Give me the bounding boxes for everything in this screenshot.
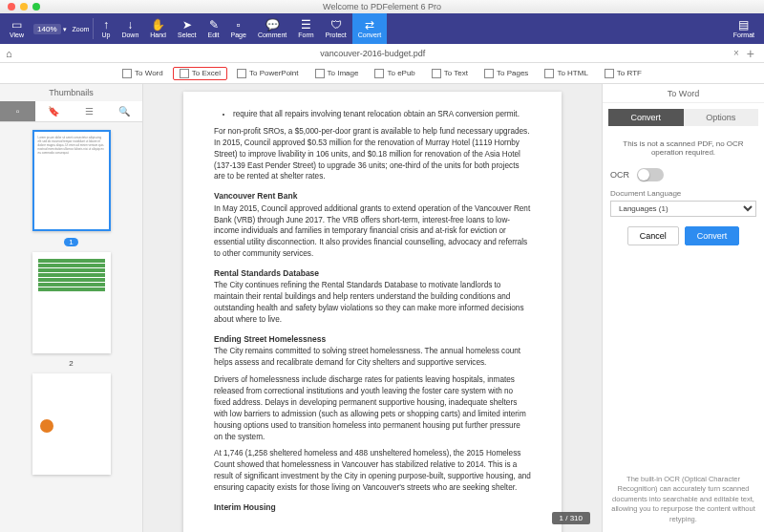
paragraph: For non-profit SROs, a $5,000-per-door g…: [214, 126, 531, 182]
maximize-window[interactable]: [32, 3, 40, 11]
thumb-tab-pages[interactable]: ▫: [0, 101, 35, 121]
thumb-tab-search[interactable]: 🔍: [107, 101, 142, 121]
thumb-tab-outline[interactable]: ☰: [72, 101, 107, 121]
language-select[interactable]: Languages (1): [610, 201, 756, 217]
add-tab-icon[interactable]: +: [743, 46, 758, 61]
protect-button[interactable]: 🛡Protect: [320, 13, 352, 44]
convert-button[interactable]: Convert: [685, 226, 740, 245]
up-icon: ↑: [103, 19, 109, 31]
tab-options[interactable]: Options: [684, 109, 759, 126]
hand-icon: ✋: [151, 19, 165, 31]
home-icon[interactable]: ⌂: [6, 48, 12, 59]
paragraph: The City continues refining the Rental S…: [214, 280, 531, 326]
window-controls: [0, 3, 40, 11]
up-button[interactable]: ↑Up: [96, 13, 116, 44]
tab-convert[interactable]: Convert: [608, 109, 684, 126]
page-content: require that all repairs involving tenan…: [183, 92, 562, 532]
thumbnail-mode-tabs: ▫ 🔖 ☰ 🔍: [0, 101, 142, 122]
paragraph: The City remains committed to solving st…: [214, 346, 531, 369]
ppt-icon: [237, 69, 246, 78]
convert-format-bar: To Word To Excel To PowerPoint To Image …: [0, 63, 764, 84]
protect-icon: 🛡: [330, 19, 342, 31]
paragraph: In May 2015, Council approved additional…: [214, 203, 531, 260]
html-icon: [544, 69, 554, 78]
edit-icon: ✎: [209, 19, 219, 31]
to-text-button[interactable]: To Text: [425, 67, 475, 80]
thumb-num-2: 2: [69, 359, 73, 368]
format-button[interactable]: ▤Format: [728, 13, 760, 44]
thumbnail-list[interactable]: Lorem ipsum dolor sit amet consectetur a…: [0, 122, 142, 532]
thumbnail-3[interactable]: [32, 373, 111, 475]
form-button[interactable]: ☰Form: [292, 13, 319, 44]
view-icon: ▭: [11, 19, 22, 31]
convert-icon: ⇄: [365, 19, 374, 31]
thumbnail-2[interactable]: [32, 252, 111, 353]
hand-button[interactable]: ✋Hand: [144, 13, 172, 44]
cancel-button[interactable]: Cancel: [627, 226, 679, 245]
convert-button[interactable]: ⇄Convert: [352, 13, 388, 44]
word-icon: [122, 69, 132, 78]
to-excel-button[interactable]: To Excel: [173, 67, 227, 80]
ocr-label: OCR: [610, 170, 629, 180]
document-tab[interactable]: vancouver-2016-budget.pdf: [16, 49, 730, 58]
lang-label: Document Language: [610, 189, 756, 198]
down-icon: ↓: [127, 19, 133, 31]
view-button[interactable]: ▭View: [4, 13, 30, 44]
heading: Interim Housing: [214, 501, 531, 513]
page-icon: ▫: [237, 19, 241, 31]
panel-buttons: Cancel Convert: [610, 226, 756, 245]
comment-icon: 💬: [265, 19, 280, 31]
main-area: Thumbnails ▫ 🔖 ☰ 🔍 Lorem ipsum dolor sit…: [0, 84, 764, 532]
panel-body: This is not a scanned PDF, no OCR operat…: [603, 132, 764, 467]
to-epub-button[interactable]: To ePub: [368, 67, 421, 80]
pages-icon: [484, 69, 494, 78]
heading: Ending Street Homelessness: [214, 333, 531, 345]
page-indicator[interactable]: 1 / 310: [552, 512, 590, 524]
zoom-control[interactable]: 140%▾: [30, 24, 70, 34]
titlebar: Welcome to PDFelement 6 Pro: [0, 0, 764, 13]
rtf-icon: [605, 69, 614, 78]
edit-button[interactable]: ✎Edit: [202, 13, 224, 44]
panel-tabs: Convert Options: [608, 109, 758, 126]
select-button[interactable]: ➤Select: [172, 13, 202, 44]
image-icon: [315, 69, 325, 78]
comment-button[interactable]: 💬Comment: [252, 13, 292, 44]
convert-panel: To Word Convert Options This is not a sc…: [602, 84, 764, 532]
close-tab-icon[interactable]: ×: [733, 48, 739, 58]
to-word-button[interactable]: To Word: [116, 67, 170, 80]
thumb-tab-bookmarks[interactable]: 🔖: [35, 101, 71, 121]
document-tab-bar: ⌂ vancouver-2016-budget.pdf × +: [0, 44, 764, 63]
ocr-info-text: This is not a scanned PDF, no OCR operat…: [610, 139, 756, 157]
to-html-button[interactable]: To HTML: [538, 67, 594, 80]
paragraph: At 1,746 (1,258 sheltered homeless and 4…: [214, 448, 531, 494]
search-icon: 🔍: [118, 106, 130, 117]
document-view[interactable]: require that all repairs involving tenan…: [143, 84, 602, 532]
panel-footer-text: The built-in OCR (Optical Character Reco…: [603, 467, 764, 533]
main-toolbar: ▭View 140%▾ Zoom ↑Up ↓Down ✋Hand ➤Select…: [0, 13, 764, 44]
thumbnails-panel: Thumbnails ▫ 🔖 ☰ 🔍 Lorem ipsum dolor sit…: [0, 84, 143, 532]
form-icon: ☰: [301, 19, 311, 31]
app-title: Welcome to PDFelement 6 Pro: [323, 2, 441, 11]
zoom-dropdown-icon: ▾: [63, 26, 67, 32]
to-rtf-button[interactable]: To RTF: [598, 67, 648, 80]
zoom-label: Zoom: [71, 13, 92, 44]
ocr-toggle[interactable]: [637, 168, 664, 181]
page-button[interactable]: ▫Page: [225, 13, 252, 44]
to-image-button[interactable]: To Image: [308, 67, 366, 80]
paragraph: Drivers of homelessness include discharg…: [214, 374, 531, 442]
to-powerpoint-button[interactable]: To PowerPoint: [230, 67, 306, 80]
thumb-num-1: 1: [64, 238, 77, 246]
heading: Rental Standards Database: [214, 267, 531, 279]
pages-icon: ▫: [16, 106, 20, 117]
heading: Vancouver Rent Bank: [214, 190, 531, 202]
excel-icon: [180, 69, 189, 78]
select-icon: ➤: [182, 19, 192, 31]
list-icon: ☰: [85, 106, 94, 117]
to-pages-button[interactable]: To Pages: [478, 67, 535, 80]
close-window[interactable]: [8, 3, 15, 11]
bullet-item: require that all repairs involving tenan…: [233, 109, 531, 120]
thumbnail-1[interactable]: Lorem ipsum dolor sit amet consectetur a…: [32, 130, 111, 231]
minimize-window[interactable]: [20, 3, 28, 11]
ocr-row: OCR: [610, 168, 756, 181]
down-button[interactable]: ↓Down: [116, 13, 144, 44]
